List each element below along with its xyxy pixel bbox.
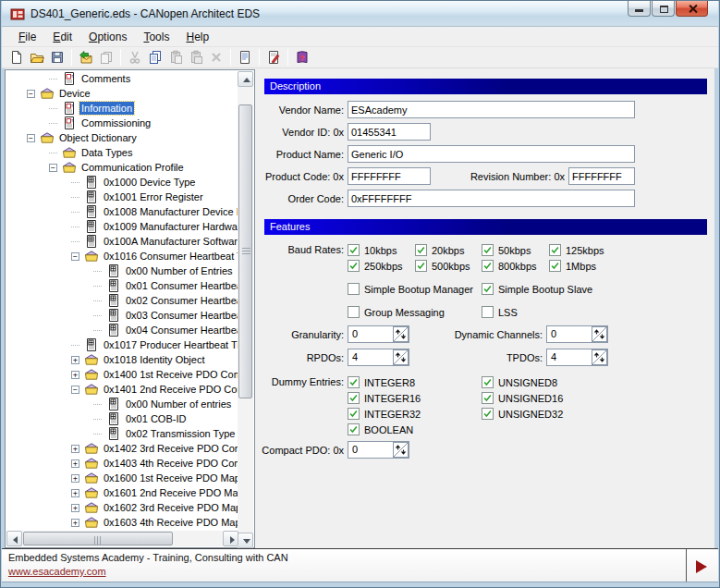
menu-item-options[interactable]: Options (80, 28, 135, 46)
checked-checkbox-icon[interactable] (482, 283, 494, 295)
tree-item[interactable]: −Device (6, 86, 238, 101)
document-properties-button[interactable] (235, 48, 255, 67)
tree-item[interactable]: 0x1001 Error Register (6, 190, 238, 204)
tree-item-label[interactable]: Commissioning (79, 116, 153, 129)
tree-item-label[interactable]: 0x02 Transmission Type (124, 427, 237, 440)
stepper-value[interactable]: 0 (348, 326, 393, 342)
tree-item[interactable]: 0x02 Consumer Heartbeat Time (6, 293, 238, 308)
tree-expander-plus-icon[interactable]: + (71, 371, 79, 379)
spinner-arrows-icon[interactable] (393, 349, 409, 365)
checked-checkbox-icon[interactable] (415, 260, 427, 272)
checkbox-integer8[interactable]: INTEGER8 (348, 374, 482, 390)
checkbox-simple-bootup-manager[interactable]: Simple Bootup Manager (348, 281, 482, 297)
vendor-name-input[interactable] (348, 101, 635, 118)
maximize-button[interactable] (652, 1, 675, 17)
tree-item[interactable]: +0x1018 Identity Object (6, 352, 238, 367)
tree-item-label[interactable]: 0x100A Manufacturer Software Ver (102, 235, 238, 248)
save-button[interactable] (47, 48, 67, 67)
checked-checkbox-icon[interactable] (549, 244, 561, 256)
scroll-up-icon[interactable] (238, 71, 253, 87)
tree-item-label[interactable]: 0x1008 Manufacturer Device Name (102, 205, 238, 218)
checked-checkbox-icon[interactable] (348, 392, 360, 404)
checked-checkbox-icon[interactable] (482, 392, 494, 404)
tree-item[interactable]: 0x1017 Producer Heartbeat Time (6, 337, 238, 352)
tree-item[interactable]: 0x01 Consumer Heartbeat Time (6, 278, 238, 293)
open-button[interactable] (27, 48, 47, 67)
order-code-input[interactable] (348, 190, 635, 207)
menu-item-tools[interactable]: Tools (135, 28, 177, 46)
tree-item[interactable]: 0x1009 Manufacturer Hardware Ve (6, 219, 238, 234)
checked-checkbox-icon[interactable] (415, 244, 427, 256)
tree-expander-plus-icon[interactable]: + (71, 474, 79, 483)
unchecked-checkbox-icon[interactable] (482, 306, 494, 318)
tree-expander-plus-icon[interactable]: + (71, 489, 79, 497)
tree-item[interactable]: −Object Dictionary (6, 130, 238, 145)
checked-checkbox-icon[interactable] (482, 260, 494, 272)
checkbox-group-messaging[interactable]: Group Messaging (348, 304, 482, 320)
checked-checkbox-icon[interactable] (549, 260, 561, 272)
product-name-input[interactable] (348, 145, 635, 163)
unchecked-checkbox-icon[interactable] (348, 283, 360, 295)
tree-item[interactable]: +0x1601 2nd Receive PDO Mapping (6, 485, 238, 500)
tree-expander-plus-icon[interactable]: + (71, 356, 79, 364)
tree-item-label[interactable]: 0x02 Consumer Heartbeat Time (124, 294, 238, 307)
tree-expander-plus-icon[interactable]: + (71, 519, 79, 527)
tree-item-label[interactable]: 0x01 Consumer Heartbeat Time (124, 279, 238, 292)
hscroll-thumb[interactable] (23, 532, 173, 545)
tree-item-label[interactable]: 0x1402 3rd Receive PDO Commun (102, 442, 238, 455)
tree-expander-plus-icon[interactable]: + (71, 459, 79, 468)
tree-expander-minus-icon[interactable]: − (27, 134, 35, 142)
checkbox-unsigned16[interactable]: UNSIGNED16 (482, 390, 563, 406)
tree-item-label[interactable]: 0x00 Number of entries (124, 398, 233, 410)
tree-item-label[interactable]: 0x1016 Consumer Heartbeat Time (102, 250, 238, 263)
checked-checkbox-icon[interactable] (482, 244, 494, 256)
dynamic-channels-stepper[interactable]: 0 (546, 325, 608, 343)
tree-item[interactable]: 0x02 Transmission Type (6, 426, 238, 441)
checkbox-250kbps[interactable]: 250kbps (348, 258, 415, 274)
tree-item-label[interactable]: 0x00 Number of Entries (124, 264, 235, 277)
checkbox-boolean[interactable]: BOOLEAN (348, 422, 482, 437)
tree-item[interactable]: 0x100A Manufacturer Software Ver (6, 234, 238, 249)
tree-item-label[interactable]: Comments (79, 72, 132, 85)
scroll-left-icon[interactable] (6, 531, 22, 546)
revision-number-input[interactable] (568, 167, 635, 185)
checked-checkbox-icon[interactable] (348, 408, 360, 420)
menu-item-edit[interactable]: Edit (44, 28, 80, 46)
rpdos-stepper[interactable]: 4 (348, 349, 409, 366)
close-button[interactable] (676, 1, 708, 17)
stepper-value[interactable]: 0 (348, 442, 393, 458)
tree-item[interactable]: 0x00 Number of entries (6, 397, 238, 411)
spinner-arrows-icon[interactable] (592, 349, 607, 365)
stepper-value[interactable]: 0 (547, 326, 592, 342)
tree-expander-minus-icon[interactable]: − (49, 164, 57, 172)
granularity-stepper[interactable]: 0 (348, 325, 409, 343)
spinner-arrows-icon[interactable] (393, 326, 409, 342)
tree-item[interactable]: 0x03 Consumer Heartbeat Time (6, 308, 238, 323)
banner-play-icon[interactable] (696, 560, 707, 573)
checkbox-10kbps[interactable]: 10kbps (348, 242, 415, 258)
checkbox-simple-bootup-slave[interactable]: Simple Bootup Slave (482, 281, 592, 297)
tree-horizontal-scrollbar[interactable] (6, 531, 238, 546)
tree-item-label[interactable]: 0x01 COB-ID (124, 412, 188, 425)
checkbox-unsigned32[interactable]: UNSIGNED32 (482, 406, 563, 422)
scroll-down-icon[interactable] (238, 533, 253, 548)
tree-vertical-scrollbar[interactable] (238, 71, 253, 548)
tree-item-label[interactable]: 0x1000 Device Type (102, 176, 197, 189)
tree-item[interactable]: 0x00 Number of Entries (6, 263, 238, 278)
checked-checkbox-icon[interactable] (348, 376, 360, 388)
checkbox-50kbps[interactable]: 50kbps (482, 242, 549, 258)
tree-item-label[interactable]: 0x1401 2nd Receive PDO Commur (102, 383, 238, 396)
tree-item-label[interactable]: Data Types (79, 146, 134, 159)
copy-button[interactable] (145, 48, 165, 67)
tree-item[interactable]: +0x1600 1st Receive PDO Mapping (6, 471, 238, 485)
tree-expander-minus-icon[interactable]: − (27, 90, 35, 98)
stepper-value[interactable]: 4 (348, 349, 393, 365)
tree-item[interactable]: Commissioning (6, 116, 238, 130)
tree-item[interactable]: +0x1602 3rd Receive PDO Mapping (6, 500, 238, 515)
tree-item-label[interactable]: 0x1403 4th Receive PDO Commun (102, 457, 238, 470)
tree-item[interactable]: 0x01 COB-ID (6, 411, 238, 426)
checkbox-integer32[interactable]: INTEGER32 (348, 406, 482, 422)
tree-expander-minus-icon[interactable]: − (71, 386, 79, 394)
tree-item-label[interactable]: 0x1018 Identity Object (102, 353, 206, 366)
checkbox-1mbps[interactable]: 1Mbps (549, 258, 604, 274)
